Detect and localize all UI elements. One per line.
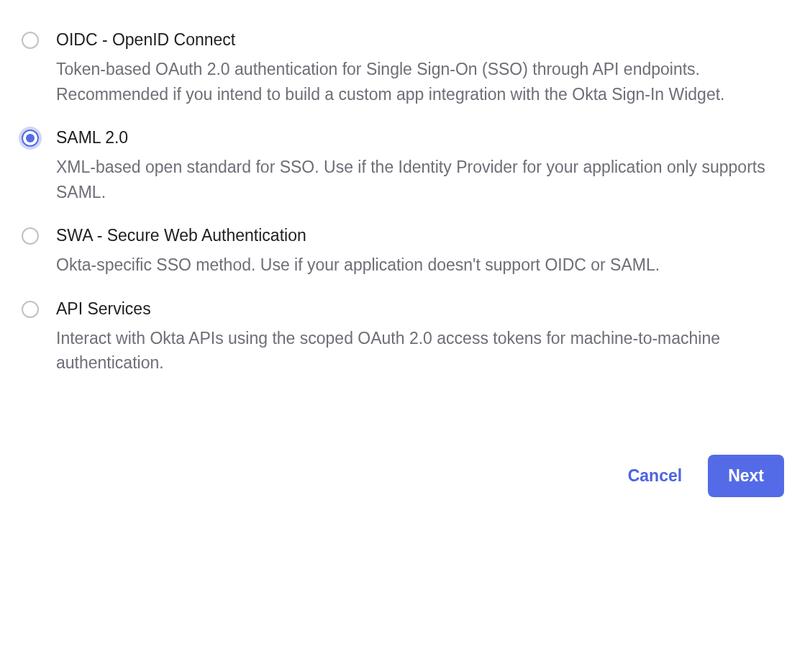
option-oidc-text: OIDC - OpenID Connect Token-based OAuth …: [56, 29, 788, 106]
option-swa-title: SWA - Secure Web Authentication: [56, 224, 788, 247]
option-api-services-description: Interact with Okta APIs using the scoped…: [56, 326, 788, 376]
option-api-services-text: API Services Interact with Okta APIs usi…: [56, 298, 788, 376]
option-api-services[interactable]: API Services Interact with Okta APIs usi…: [22, 298, 788, 376]
option-saml-text: SAML 2.0 XML-based open standard for SSO…: [56, 127, 788, 204]
radio-api-services[interactable]: [22, 301, 39, 318]
option-saml-title: SAML 2.0: [56, 127, 788, 149]
option-saml-description: XML-based open standard for SSO. Use if …: [56, 155, 788, 204]
radio-saml[interactable]: [22, 130, 39, 147]
sign-on-method-options: OIDC - OpenID Connect Token-based OAuth …: [22, 29, 788, 376]
cancel-button[interactable]: Cancel: [628, 466, 682, 486]
option-api-services-title: API Services: [56, 298, 788, 320]
option-swa-description: Okta-specific SSO method. Use if your ap…: [56, 253, 788, 278]
option-saml[interactable]: SAML 2.0 XML-based open standard for SSO…: [22, 127, 788, 204]
radio-swa[interactable]: [22, 227, 39, 245]
radio-oidc[interactable]: [22, 32, 39, 49]
option-swa[interactable]: SWA - Secure Web Authentication Okta-spe…: [22, 224, 788, 278]
option-swa-text: SWA - Secure Web Authentication Okta-spe…: [56, 224, 788, 278]
option-oidc-description: Token-based OAuth 2.0 authentication for…: [56, 57, 788, 106]
next-button[interactable]: Next: [708, 455, 784, 497]
option-oidc[interactable]: OIDC - OpenID Connect Token-based OAuth …: [22, 29, 788, 106]
footer-actions: Cancel Next: [22, 455, 788, 497]
option-oidc-title: OIDC - OpenID Connect: [56, 29, 788, 51]
